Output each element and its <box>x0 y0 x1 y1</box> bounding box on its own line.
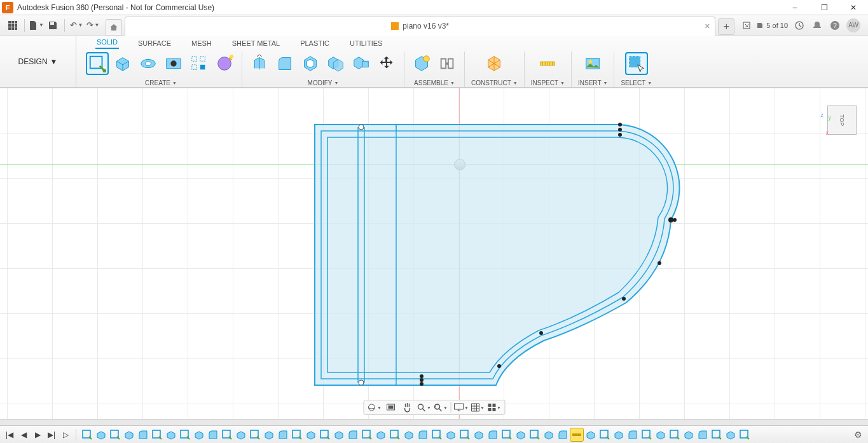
clock-icon[interactable] <box>793 19 806 32</box>
grid-settings-button[interactable] <box>470 401 485 414</box>
group-insert-label[interactable]: INSERT <box>578 79 602 86</box>
group-create-label[interactable]: CREATE <box>145 79 170 86</box>
create-sketch-tool[interactable] <box>86 53 108 74</box>
look-at-button[interactable] <box>383 401 398 414</box>
maximize-button[interactable]: ❐ <box>809 0 839 15</box>
move-tool[interactable] <box>376 53 397 74</box>
file-menu-button[interactable] <box>29 18 44 33</box>
timeline-feature[interactable] <box>249 428 261 441</box>
zoom-button[interactable] <box>416 401 431 414</box>
hole-tool[interactable] <box>163 53 184 74</box>
timeline-feature[interactable] <box>305 428 317 441</box>
timeline-feature[interactable] <box>151 428 163 441</box>
timeline-feature[interactable] <box>417 428 429 441</box>
close-button[interactable]: ✕ <box>839 0 868 15</box>
timeline-feature[interactable] <box>598 428 611 441</box>
timeline-feature[interactable] <box>319 428 331 441</box>
home-tab-button[interactable] <box>106 19 122 36</box>
display-settings-button[interactable] <box>453 401 469 414</box>
timeline-feature[interactable] <box>431 428 443 441</box>
shell-tool[interactable] <box>300 53 321 74</box>
timeline-feature[interactable] <box>333 428 345 441</box>
close-tab-button[interactable]: × <box>705 21 710 31</box>
tab-surface[interactable]: SURFACE <box>137 37 172 49</box>
group-construct-label[interactable]: CONSTRUCT <box>471 79 511 86</box>
data-panel-button[interactable] <box>5 18 20 33</box>
timeline-feature[interactable] <box>221 428 233 441</box>
timeline-feature[interactable] <box>165 428 177 441</box>
timeline-feature[interactable] <box>123 428 135 441</box>
revolve-tool[interactable] <box>137 53 159 74</box>
timeline-feature[interactable] <box>193 428 205 441</box>
timeline-feature[interactable] <box>514 428 527 441</box>
timeline-feature[interactable] <box>668 428 681 441</box>
timeline-feature[interactable] <box>179 428 191 441</box>
timeline-feature[interactable] <box>486 428 499 441</box>
notifications-icon[interactable] <box>811 19 823 32</box>
timeline-back-button[interactable]: ◀ <box>18 429 29 440</box>
timeline-feature[interactable] <box>375 428 387 441</box>
measure-tool[interactable] <box>537 53 558 74</box>
undo-button[interactable]: ↶ <box>69 18 84 33</box>
timeline-feature[interactable] <box>738 428 751 441</box>
insert-decal-tool[interactable] <box>582 53 603 74</box>
joint-tool[interactable] <box>436 53 458 74</box>
minimize-button[interactable]: – <box>780 0 809 15</box>
tab-utilities[interactable]: UTILITIES <box>348 37 383 49</box>
timeline-feature[interactable] <box>207 428 219 441</box>
timeline-feature[interactable] <box>137 428 149 441</box>
press-pull-tool[interactable] <box>249 53 270 74</box>
timeline-feature[interactable] <box>612 428 625 441</box>
job-status[interactable]: 5 of 10 <box>756 22 788 29</box>
align-tool[interactable] <box>350 53 372 74</box>
new-component-tool[interactable] <box>411 53 432 74</box>
timeline-feature[interactable] <box>403 428 415 441</box>
timeline-feature[interactable] <box>570 428 583 441</box>
timeline-feature[interactable] <box>347 428 359 441</box>
extensions-button[interactable] <box>742 21 751 30</box>
combine-tool[interactable] <box>325 53 347 74</box>
timeline-forward-button[interactable]: ▶ <box>32 429 43 440</box>
timeline-feature[interactable] <box>361 428 373 441</box>
form-tool[interactable] <box>214 53 235 74</box>
horizontal-scrollbar[interactable] <box>0 419 868 425</box>
group-inspect-label[interactable]: INSPECT <box>531 79 558 86</box>
viewcube[interactable]: TOP <box>827 106 857 135</box>
group-modify-label[interactable]: MODIFY <box>308 79 333 86</box>
timeline-settings-button[interactable]: ⚙ <box>851 428 864 441</box>
timeline-feature[interactable] <box>682 428 695 441</box>
help-icon[interactable]: ? <box>829 19 841 32</box>
redo-button[interactable]: ↷ <box>85 18 100 33</box>
timeline-start-button[interactable]: |◀ <box>4 429 15 440</box>
viewport[interactable]: TOP z y x <box>0 88 868 419</box>
timeline-feature[interactable] <box>458 428 471 441</box>
save-button[interactable] <box>45 18 60 33</box>
timeline-feature[interactable] <box>95 428 107 441</box>
tab-mesh[interactable]: MESH <box>190 37 213 49</box>
timeline-end-button[interactable]: ▶| <box>46 429 57 440</box>
timeline-feature[interactable] <box>528 428 541 441</box>
tab-plastic[interactable]: PLASTIC <box>299 37 331 49</box>
timeline-feature[interactable] <box>542 428 555 441</box>
tab-solid[interactable]: SOLID <box>95 36 119 49</box>
timeline-feature[interactable] <box>696 428 709 441</box>
plane-tool[interactable] <box>483 53 505 74</box>
fillet-tool[interactable] <box>274 53 296 74</box>
viewport-layout-button[interactable] <box>486 401 502 414</box>
timeline-feature[interactable] <box>389 428 401 441</box>
orbit-button[interactable] <box>366 401 382 414</box>
document-tab[interactable]: piano v16 v3* × <box>125 17 715 36</box>
timeline-play-button[interactable]: ▷ <box>60 429 71 440</box>
timeline-feature[interactable] <box>472 428 485 441</box>
timeline-feature[interactable] <box>640 428 653 441</box>
timeline-feature[interactable] <box>500 428 513 441</box>
timeline-feature[interactable] <box>654 428 667 441</box>
timeline-feature[interactable] <box>263 428 275 441</box>
timeline-feature[interactable] <box>556 428 569 441</box>
timeline-feature[interactable] <box>710 428 723 441</box>
timeline-feature[interactable] <box>277 428 289 441</box>
timeline-feature[interactable] <box>291 428 303 441</box>
timeline-feature[interactable] <box>444 428 457 441</box>
pan-button[interactable] <box>399 401 415 414</box>
sketch-geometry[interactable] <box>315 125 677 385</box>
